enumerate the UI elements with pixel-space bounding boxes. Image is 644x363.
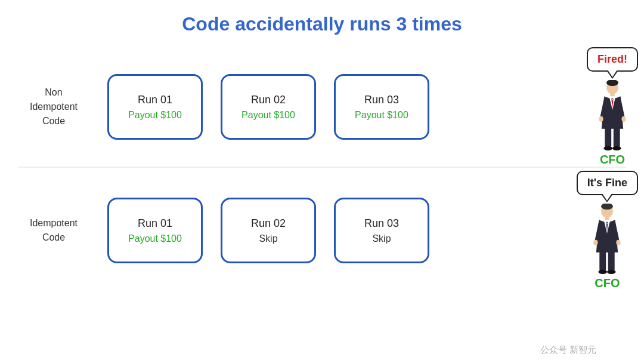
run-box-top-1: Run 01 Payout $100 bbox=[107, 74, 203, 140]
run-box-bot-1-title: Run 01 bbox=[138, 217, 172, 230]
run-box-top-3: Run 03 Payout $100 bbox=[334, 74, 429, 140]
fired-text: Fired! bbox=[597, 53, 627, 65]
run-box-bot-3: Run 03 Skip bbox=[334, 198, 429, 263]
run-box-top-3-title: Run 03 bbox=[364, 94, 399, 106]
main-title: Code accidentally runs 3 times bbox=[0, 0, 644, 41]
run-box-top-2-title: Run 02 bbox=[251, 94, 286, 106]
top-section: Non Idempotent Code Run 01 Payout $100 R… bbox=[0, 47, 644, 167]
run-box-bot-3-subtitle: Skip bbox=[372, 233, 391, 244]
svg-rect-6 bbox=[614, 128, 620, 147]
top-section-label: Non Idempotent Code bbox=[18, 85, 89, 128]
run-box-bot-1: Run 01 Payout $100 bbox=[107, 198, 203, 263]
run-box-bot-2: Run 02 Skip bbox=[221, 198, 316, 263]
svg-point-3 bbox=[599, 116, 603, 122]
svg-point-8 bbox=[612, 146, 621, 150]
top-cfo-label: CFO bbox=[600, 153, 625, 167]
bottom-section-label: Idempotent Code bbox=[18, 216, 89, 245]
bottom-boxes: Run 01 Payout $100 Run 02 Skip Run 03 Sk… bbox=[107, 198, 429, 263]
svg-point-17 bbox=[607, 270, 616, 274]
top-person-area: Fired! bbox=[587, 47, 638, 167]
top-person-figure bbox=[592, 80, 633, 150]
fine-text: It's Fine bbox=[587, 177, 627, 189]
run-box-bot-3-title: Run 03 bbox=[364, 217, 399, 230]
bottom-cfo-label: CFO bbox=[595, 276, 620, 290]
run-box-top-1-subtitle: Payout $100 bbox=[128, 110, 182, 121]
fired-bubble: Fired! bbox=[587, 47, 638, 72]
run-box-top-2: Run 02 Payout $100 bbox=[221, 74, 316, 140]
run-box-bot-1-subtitle: Payout $100 bbox=[128, 233, 182, 244]
bottom-person-area: It's Fine bbox=[577, 171, 638, 290]
svg-point-7 bbox=[603, 146, 612, 150]
slide-container: Code accidentally runs 3 times Non Idemp… bbox=[0, 0, 644, 363]
svg-rect-5 bbox=[605, 128, 611, 147]
svg-rect-14 bbox=[600, 251, 606, 271]
svg-rect-2 bbox=[610, 93, 614, 96]
svg-rect-11 bbox=[605, 217, 609, 220]
bottom-person-figure bbox=[586, 204, 628, 274]
run-box-bot-2-title: Run 02 bbox=[251, 217, 286, 230]
run-box-top-1-title: Run 01 bbox=[138, 94, 172, 106]
svg-rect-15 bbox=[608, 251, 615, 271]
watermark: 公众号 新智元 bbox=[540, 344, 596, 356]
top-boxes: Run 01 Payout $100 Run 02 Payout $100 Ru… bbox=[107, 74, 429, 140]
bottom-section: Idempotent Code Run 01 Payout $100 Run 0… bbox=[0, 171, 644, 290]
svg-point-4 bbox=[621, 116, 626, 122]
section-divider bbox=[18, 167, 626, 168]
run-box-top-2-subtitle: Payout $100 bbox=[242, 110, 295, 121]
fine-bubble: It's Fine bbox=[577, 171, 638, 195]
run-box-top-3-subtitle: Payout $100 bbox=[355, 110, 408, 121]
svg-point-16 bbox=[599, 270, 608, 274]
run-box-bot-2-subtitle: Skip bbox=[259, 233, 277, 244]
svg-point-13 bbox=[617, 240, 621, 245]
svg-point-12 bbox=[594, 240, 598, 245]
